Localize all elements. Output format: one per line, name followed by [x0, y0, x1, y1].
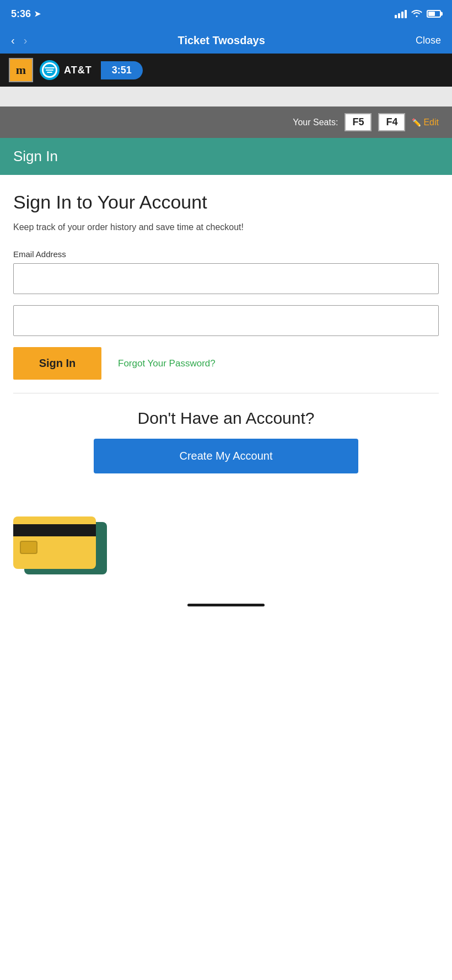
signin-header-bar: Sign In: [0, 138, 452, 175]
status-icons: [395, 9, 441, 19]
movietickets-logo: m: [9, 58, 33, 82]
main-subtitle: Keep track of your order history and sav…: [13, 221, 439, 234]
battery-icon: [427, 10, 441, 18]
home-indicator: [0, 599, 452, 611]
card-illustration: [0, 505, 452, 599]
location-icon: ➤: [34, 9, 41, 18]
nav-title: Ticket Twosdays: [178, 34, 265, 47]
seats-label: Your Seats:: [293, 118, 338, 127]
signal-icon: [395, 10, 407, 18]
create-account-button[interactable]: Create My Account: [94, 439, 358, 473]
browser-bar: m AT&T 3:51: [0, 54, 452, 87]
status-time: 5:36 ➤: [11, 8, 41, 20]
signin-button[interactable]: Sign In: [13, 347, 101, 380]
no-account-title: Don't Have an Account?: [13, 409, 439, 428]
forgot-password-link[interactable]: Forgot Your Password?: [118, 358, 216, 369]
att-icon: [40, 60, 60, 80]
card-stripe: [13, 524, 96, 536]
forward-arrow[interactable]: ›: [24, 34, 28, 47]
card-stack: [13, 516, 112, 577]
back-arrow[interactable]: ‹: [11, 34, 15, 47]
wifi-icon: [411, 9, 422, 19]
nav-arrows[interactable]: ‹ ›: [11, 34, 27, 47]
main-content: Sign In to Your Account Keep track of yo…: [0, 175, 452, 505]
signin-row: Sign In Forgot Your Password?: [13, 347, 439, 380]
card-front: [13, 516, 96, 569]
email-input[interactable]: [13, 263, 439, 294]
timer-badge: 3:51: [101, 61, 143, 79]
edit-label: Edit: [423, 118, 439, 127]
signin-header-text: Sign In: [13, 148, 58, 164]
att-logo-area: AT&T: [40, 60, 92, 80]
no-account-section: Don't Have an Account? Create My Account: [13, 409, 439, 473]
email-label: Email Address: [13, 249, 439, 259]
att-label: AT&T: [64, 65, 92, 76]
status-bar: 5:36 ➤: [0, 0, 452, 28]
seat-f4-badge: F4: [378, 113, 405, 131]
gray-spacer: [0, 87, 452, 106]
close-button[interactable]: Close: [416, 35, 441, 46]
password-input[interactable]: [13, 305, 439, 336]
main-title: Sign In to Your Account: [13, 191, 439, 213]
card-chip: [20, 541, 37, 554]
edit-seats-button[interactable]: ✏️ Edit: [412, 118, 439, 127]
seats-bar: Your Seats: F5 F4 ✏️ Edit: [0, 106, 452, 138]
home-bar: [187, 604, 265, 606]
seat-f5-badge: F5: [345, 113, 372, 131]
pencil-icon: ✏️: [412, 118, 421, 127]
nav-bar: ‹ › Ticket Twosdays Close: [0, 28, 452, 54]
divider: [13, 393, 439, 393]
time-display: 5:36: [11, 8, 31, 20]
